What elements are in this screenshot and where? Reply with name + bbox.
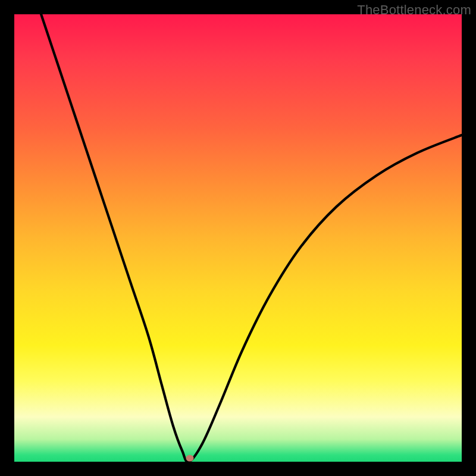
- chart-frame: TheBottleneck.com: [0, 0, 476, 476]
- watermark-text: TheBottleneck.com: [357, 2, 471, 18]
- bottleneck-curve: [41, 14, 462, 462]
- curve-svg: [14, 14, 462, 462]
- plot-area: [14, 14, 462, 462]
- min-point-marker: [186, 455, 193, 461]
